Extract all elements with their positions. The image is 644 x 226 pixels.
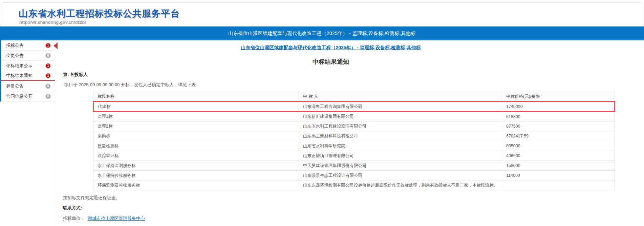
price-cell — [502, 181, 615, 190]
table-row[interactable]: 水土保持监测服务标中天昊建设管理集团股份有限公司158000 — [93, 161, 615, 171]
site-header: 山东省水利工程招标投标公共服务平台 http://wr.shandong.gov… — [0, 0, 644, 26]
intro-text: 项目于 2025-09-09 09:00:00 开标，发包人已确定中标人，详见下… — [64, 82, 644, 88]
price-cell: 835000 — [502, 141, 615, 151]
section-cell: 水土保持验收服务标 — [93, 171, 299, 181]
result-table: 标段名称 中 标 人 中标价格(元)/费率 代建标山东润鲁工程咨询集团有限公司1… — [93, 92, 615, 190]
contact-line: 招标单位：聊城市位山灌区管理服务中心 — [63, 215, 644, 222]
col-header-price: 中标价格(元)/费率 — [502, 92, 615, 102]
winner-cell: 山东新汇建设集团有限公司 — [299, 112, 502, 121]
section-cell: 监理1标 — [93, 112, 299, 121]
table-row[interactable]: 代建标山东润鲁工程咨询集团有限公司1745000 — [93, 102, 615, 112]
price-cell: 6702417.59 — [502, 131, 615, 141]
sidebar-item-label: 中标结果通知 — [6, 73, 33, 79]
winner-cell: 山东绿景生态工程设计有限公司 — [299, 171, 502, 181]
winner-cell: 山东省水利工程建设监理有限公司 — [299, 121, 502, 131]
sidebar-item-label: 变更公告 — [6, 53, 24, 59]
contact-list: 招标单位：聊城市位山灌区管理服务中心招标代理：山东正信招标有限责任公司日 期：2… — [56, 215, 644, 226]
section-cell: 环保监测及验收服务标 — [93, 181, 299, 190]
sidebar-item-label: 合同信息公开 — [6, 93, 33, 99]
sidebar-item-中标结果通知[interactable]: 中标结果通知1 — [1, 71, 55, 81]
project-link[interactable]: 山东省位山灌区续建配套与现代化改造工程（2025年） - 监理标,设备标,检测标… — [241, 45, 421, 50]
table-row[interactable]: 环保监测及验收服务标山东东晟环境检测有限公司投标价格超最高限价作无效标处理，剩余… — [93, 181, 615, 190]
table-row[interactable]: 质量检测标山东省水利科学研究院835000 — [93, 141, 615, 151]
table-row[interactable]: 监理1标山东新汇建设集团有限公司518800 — [93, 112, 615, 121]
winner-cell: 山东禹王新材料科技有限公司 — [299, 131, 502, 141]
result-table-header: 标段名称 中 标 人 中标价格(元)/费率 — [93, 92, 615, 102]
price-cell: 877500 — [502, 121, 615, 131]
contact-label: 招标单位： — [63, 216, 85, 221]
sidebar-item-label: 评标结果公示 — [6, 63, 33, 69]
section-cell: 监理2标 — [93, 121, 299, 131]
price-cell: 158000 — [502, 161, 615, 171]
sidebar-item-变更公告[interactable]: 变更公告0 — [1, 51, 55, 61]
site-logo[interactable]: 山东省水利工程招标投标公共服务平台 — [19, 7, 180, 20]
page-title: 中标结果通知 — [56, 58, 606, 66]
count-badge: 1 — [45, 73, 51, 78]
count-badge: 1 — [45, 43, 51, 48]
site-url: http://wr.shandong.gov.cn/dzzb/ — [19, 20, 86, 25]
sidebar-item-评标结果公示[interactable]: 评标结果公示1 — [1, 61, 55, 71]
winner-cell: 山东润鲁工程咨询集团有限公司 — [299, 102, 502, 112]
winner-cell: 山东省水利科学研究院 — [299, 141, 502, 151]
count-badge: 0 — [45, 53, 51, 58]
winner-cell: 山东东晟环境检测有限公司投标价格超最高限价作无效标处理，剩余有效投标人不足三家，… — [299, 181, 502, 190]
section-cell: 代建标 — [93, 102, 299, 112]
section-cell: 水土保持监测服务标 — [93, 161, 299, 171]
deposit-note: 按招标文件规定退还保证金。 — [63, 195, 644, 201]
page: 山东省水利工程招标投标公共服务平台 http://wr.shandong.gov… — [0, 0, 644, 226]
banner-title: 山东省位山灌区续建配套与现代化改造工程（2025年） - 监理标,设备标,检测标… — [228, 31, 415, 37]
winner-cell: 山东正堃项目管理有限公司 — [299, 151, 502, 161]
section-cell: 跟踪审计标 — [93, 151, 299, 161]
table-row[interactable]: 采购标山东禹王新材料科技有限公司6702417.59 — [93, 131, 615, 141]
project-banner: 山东省位山灌区续建配套与现代化改造工程（2025年） - 监理标,设备标,检测标… — [0, 26, 644, 40]
active-pointer-icon — [53, 42, 58, 49]
contact-link[interactable]: 聊城市位山灌区管理服务中心 — [88, 216, 145, 221]
section-cell: 质量检测标 — [93, 141, 299, 151]
sidebar-item-label: 招标公告 — [6, 42, 24, 49]
price-cell: 1745000 — [502, 102, 615, 112]
main-content: 山东省位山灌区续建配套与现代化改造工程（2025年） - 监理标,设备标,检测标… — [56, 40, 644, 226]
col-header-winner: 中 标 人 — [299, 92, 502, 102]
table-row[interactable]: 跟踪审计标山东正堃项目管理有限公司406600 — [93, 151, 615, 161]
price-cell: 518800 — [502, 112, 615, 121]
count-badge: 0 — [45, 83, 51, 89]
sidebar-item-合同信息公开[interactable]: 合同信息公开0 — [1, 91, 55, 101]
price-cell: 114000 — [502, 171, 615, 181]
col-header-section: 标段名称 — [93, 92, 299, 102]
table-row[interactable]: 监理2标山东省水利工程建设监理有限公司877500 — [93, 121, 615, 131]
winner-cell: 中天昊建设管理集团股份有限公司 — [299, 161, 502, 171]
salutation: 致: 各投标人 — [63, 72, 644, 78]
project-link-row: 山东省位山灌区续建配套与现代化改造工程（2025年） - 监理标,设备标,检测标… — [56, 44, 606, 51]
sidebar-menu: 招标公告1变更公告0评标结果公示1中标结果通知1异常公告0合同信息公开0 — [0, 40, 55, 101]
sidebar-item-label: 异常公告 — [6, 83, 24, 89]
count-badge: 0 — [45, 94, 51, 99]
sidebar: 招标公告1变更公告0评标结果公示1中标结果通知1异常公告0合同信息公开0 — [0, 40, 55, 226]
section-cell: 采购标 — [93, 131, 299, 141]
count-badge: 1 — [45, 63, 51, 69]
contact-heading: 联系方式: — [63, 205, 644, 211]
sidebar-item-招标公告[interactable]: 招标公告1 — [1, 40, 55, 51]
sidebar-item-异常公告[interactable]: 异常公告0 — [1, 81, 55, 91]
table-row[interactable]: 水土保持验收服务标山东绿景生态工程设计有限公司114000 — [93, 171, 615, 181]
price-cell: 406600 — [502, 151, 615, 161]
